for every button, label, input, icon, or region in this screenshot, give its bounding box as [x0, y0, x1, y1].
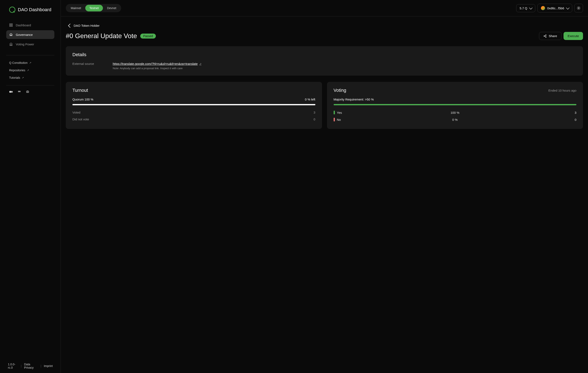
quorum-label: Quorum 100 % — [73, 98, 93, 101]
ext-link-q-constitution[interactable]: Q Constitution ↗ — [0, 59, 61, 67]
execute-label: Execute — [568, 34, 579, 38]
sidebar-item-dashboard[interactable]: Dashboard — [6, 21, 54, 30]
settings-button[interactable] — [574, 4, 583, 12]
ext-link-repositories[interactable]: Repositories ↗ — [0, 67, 61, 74]
app-logo-area: DAO Dashboard — [0, 7, 61, 19]
yes-dot-icon — [334, 111, 335, 114]
quorum-row: Quorum 100 % 0 % left — [73, 98, 315, 101]
network-testnet-button[interactable]: Testnet — [85, 5, 103, 11]
arrow-left-icon — [68, 24, 72, 28]
main-content-area: Mainnet Testnet Devnet 5.7 Q 0xd6c...f5b… — [61, 0, 588, 373]
ext-link-label: Repositories — [9, 69, 25, 72]
balance-dropdown[interactable]: 5.7 Q — [516, 4, 536, 12]
voted-count: 3 — [314, 111, 315, 114]
external-source-value: https://translate.google.com/?hl=ru&sl=r… — [113, 62, 201, 70]
did-not-vote-row: Did not vote 0 — [73, 116, 315, 123]
stats-panels: Turnout Quorum 100 % 0 % left Voted 3 Di… — [66, 82, 583, 129]
svg-rect-2 — [10, 25, 10, 27]
voting-title-row: Voting Ended 10 hours ago — [334, 88, 577, 93]
vote-no-row: No 0 % 0 — [334, 116, 577, 123]
sidebar-item-voting-power[interactable]: Voting Power — [6, 40, 54, 49]
yes-count: 3 — [495, 111, 576, 114]
voted-row: Voted 3 — [73, 109, 315, 116]
share-label: Share — [549, 34, 557, 38]
share-icon — [543, 34, 547, 38]
details-card: Details External source https://translat… — [66, 46, 583, 76]
sidebar-nav: Dashboard Governance Voting Power — [0, 19, 61, 51]
voting-progress-bar — [334, 104, 577, 105]
sidebar-item-governance[interactable]: Governance — [6, 30, 54, 39]
svg-point-12 — [546, 37, 546, 37]
source-note: Note: Anybody can add a proposal link. I… — [113, 67, 201, 70]
ext-link-label: Tutorials — [9, 76, 20, 79]
execute-button[interactable]: Execute — [564, 32, 583, 40]
page-heading-row: #0 General Update Vote Passed Share Exec… — [66, 32, 583, 46]
reddit-icon[interactable] — [26, 90, 30, 94]
no-count: 0 — [495, 118, 576, 121]
svg-point-11 — [544, 36, 545, 37]
external-link-icon: ↗ — [22, 76, 24, 79]
sidebar-item-label: Voting Power — [16, 42, 34, 46]
ext-link-tutorials[interactable]: Tutorials ↗ — [0, 74, 61, 81]
majority-label: Majority Requirement: >50 % — [334, 98, 374, 101]
sidebar: DAO Dashboard Dashboard Governance Votin… — [0, 0, 61, 373]
vote-no-label-group: No — [334, 118, 415, 121]
back-label: DAO Token Holder — [74, 24, 100, 27]
external-source-link[interactable]: https://translate.google.com/?hl=ru&sl=r… — [113, 62, 201, 65]
network-devnet-button[interactable]: Devnet — [103, 5, 120, 11]
imprint-link[interactable]: Imprint — [44, 364, 53, 368]
topbar-right: 5.7 Q 0xd6c...f5b6 — [516, 4, 583, 12]
external-link-icon: ↗ — [27, 69, 29, 72]
chevron-down-icon — [529, 6, 533, 10]
network-mainnet-button[interactable]: Mainnet — [67, 5, 85, 11]
external-source-row: External source https://translate.google… — [73, 62, 576, 70]
svg-point-5 — [11, 91, 12, 93]
page-title: #0 General Update Vote — [66, 32, 137, 40]
sidebar-item-label: Dashboard — [16, 23, 31, 27]
heading-actions: Share Execute — [539, 32, 583, 40]
wallet-avatar-icon — [541, 6, 545, 10]
svg-rect-1 — [11, 24, 12, 25]
turnout-title: Turnout — [73, 88, 315, 93]
sidebar-divider — [6, 85, 54, 85]
governance-icon — [9, 33, 13, 37]
voting-icon — [9, 42, 13, 46]
balance-label: 5.7 Q — [520, 6, 527, 10]
source-url-text: https://translate.google.com/?hl=ru&sl=r… — [113, 62, 198, 65]
status-badge: Passed — [140, 34, 156, 39]
dnv-count: 0 — [314, 118, 315, 121]
yes-percent: 100 % — [415, 111, 495, 114]
no-percent: 0 % — [415, 118, 495, 121]
social-icons-row — [0, 89, 61, 94]
dashboard-icon — [9, 23, 13, 27]
medium-icon[interactable] — [9, 90, 13, 94]
turnout-card: Turnout Quorum 100 % 0 % left Voted 3 Di… — [66, 82, 322, 129]
no-dot-icon — [334, 118, 335, 121]
voted-label: Voted — [73, 111, 80, 114]
sidebar-external-links: Q Constitution ↗ Repositories ↗ Tutorial… — [0, 59, 61, 81]
voting-progress-fill — [334, 104, 577, 105]
sidebar-footer: 1.0.0-rc.0 | Data Privacy | Imprint — [0, 363, 61, 369]
external-source-label: External source — [73, 62, 94, 65]
gear-icon — [577, 6, 580, 10]
svg-rect-3 — [11, 25, 12, 27]
turnout-progress-bar — [73, 104, 315, 105]
ext-link-label: Q Constitution — [9, 61, 28, 64]
app-logo-icon — [9, 7, 15, 13]
svg-rect-0 — [10, 24, 10, 25]
svg-point-6 — [12, 91, 13, 93]
share-button[interactable]: Share — [539, 32, 561, 40]
privacy-link[interactable]: Data Privacy — [24, 363, 38, 369]
turnout-progress-fill — [73, 104, 315, 105]
back-link[interactable]: DAO Token Holder — [66, 23, 583, 32]
dnv-label: Did not vote — [73, 118, 89, 121]
voting-title: Voting — [334, 88, 346, 93]
voting-card: Voting Ended 10 hours ago Majority Requi… — [327, 82, 583, 129]
page-content: DAO Token Holder #0 General Update Vote … — [61, 16, 588, 136]
external-link-icon: ↗ — [200, 62, 201, 65]
wallet-dropdown[interactable]: 0xd6c...f5b6 — [537, 4, 572, 12]
quorum-left-label: 0 % left — [305, 98, 315, 101]
network-switch: Mainnet Testnet Devnet — [66, 4, 121, 12]
majority-row: Majority Requirement: >50 % — [334, 98, 577, 101]
discord-icon[interactable] — [17, 90, 21, 94]
